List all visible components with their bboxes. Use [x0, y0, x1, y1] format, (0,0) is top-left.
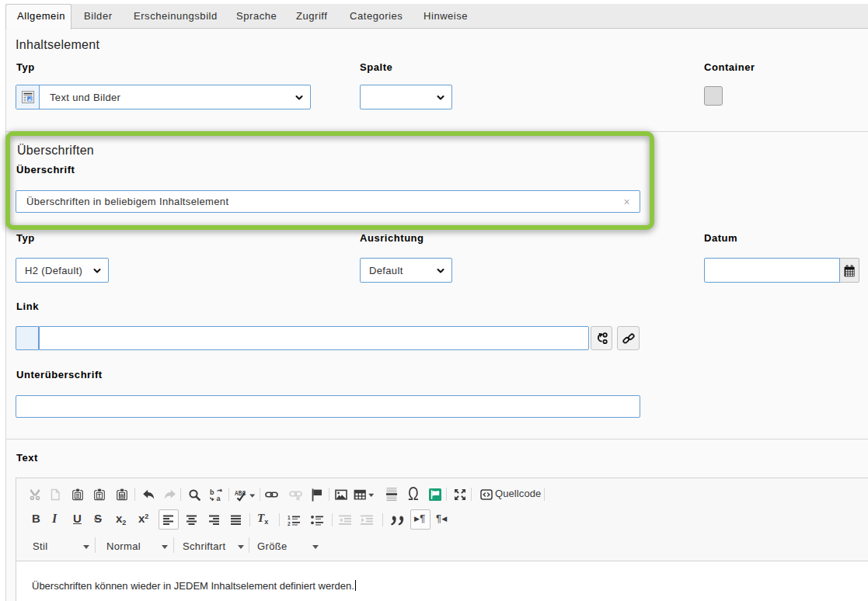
svg-text:T: T: [98, 492, 102, 499]
svg-text:a: a: [217, 495, 221, 502]
svg-text:W: W: [120, 493, 125, 499]
svg-text:b: b: [210, 488, 214, 496]
svg-text:1: 1: [288, 515, 291, 520]
svg-text:2: 2: [288, 521, 291, 526]
